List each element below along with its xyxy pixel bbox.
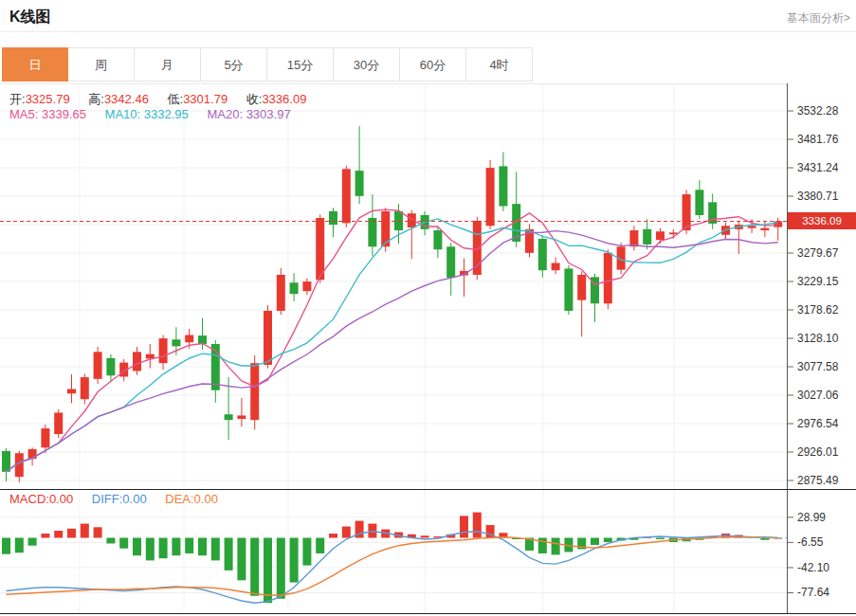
period-tabs: 日 周 月 5分 15分 30分 60分 4时 (2, 47, 533, 82)
svg-text:28.99: 28.99 (797, 511, 826, 524)
svg-text:3532.28: 3532.28 (797, 104, 839, 118)
svg-text:2875.49: 2875.49 (797, 474, 839, 487)
svg-text:2926.01: 2926.01 (797, 445, 839, 459)
svg-text:-42.10: -42.10 (797, 561, 829, 574)
tab-month[interactable]: 月 (135, 47, 201, 82)
svg-text:2976.54: 2976.54 (797, 417, 839, 430)
page-title: K线图 (9, 8, 51, 27)
svg-text:3279.67: 3279.67 (797, 246, 839, 260)
kline-page: { "header": { "title": "K线图", "link": "基… (0, 0, 856, 616)
tab-30min[interactable]: 30分 (334, 47, 400, 82)
svg-text:3077.58: 3077.58 (797, 360, 839, 373)
svg-text:-6.55: -6.55 (797, 535, 824, 549)
svg-text:3128.10: 3128.10 (797, 332, 839, 345)
tab-4hour[interactable]: 4时 (466, 47, 533, 82)
svg-text:3481.76: 3481.76 (797, 133, 839, 146)
svg-text:-77.64: -77.64 (797, 586, 829, 599)
svg-text:3380.71: 3380.71 (797, 190, 839, 203)
svg-text:3027.06: 3027.06 (797, 389, 839, 402)
svg-text:3229.15: 3229.15 (797, 275, 839, 288)
chart-canvas[interactable]: 3532.283481.763431.243380.713279.673229.… (0, 83, 856, 616)
kline-chart[interactable]: 3532.283481.763431.243380.713279.673229.… (0, 83, 856, 616)
tab-week[interactable]: 周 (68, 47, 135, 82)
fundamental-analysis-link[interactable]: 基本面分析> (787, 10, 850, 27)
tab-5min[interactable]: 5分 (201, 47, 267, 82)
tab-60min[interactable]: 60分 (400, 47, 466, 82)
svg-text:3178.62: 3178.62 (797, 303, 839, 317)
tab-15min[interactable]: 15分 (267, 47, 334, 82)
tab-day[interactable]: 日 (2, 47, 68, 82)
svg-text:3431.24: 3431.24 (797, 161, 839, 174)
current-price-tag: 3336.09 (788, 212, 856, 229)
header-divider (0, 31, 856, 32)
